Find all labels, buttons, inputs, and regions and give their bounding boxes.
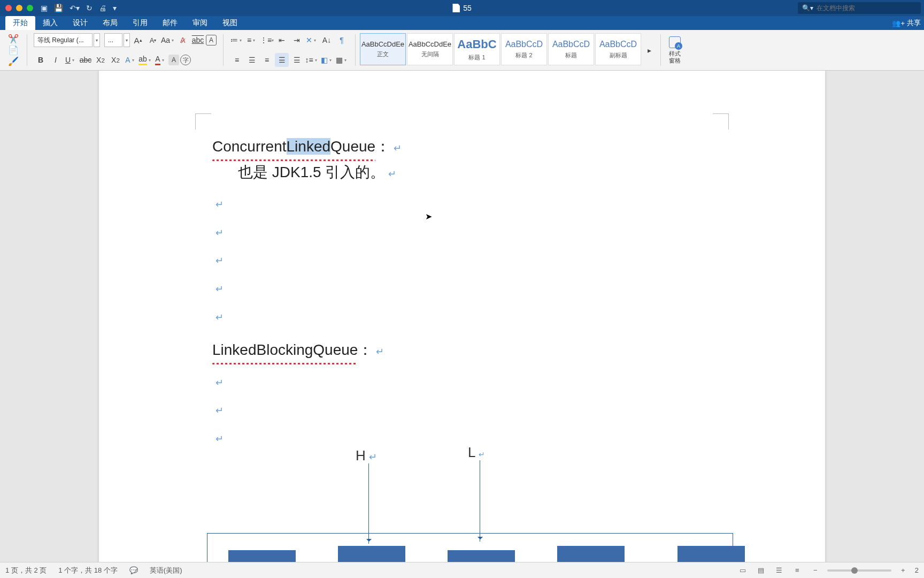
- styles-pane-icon: [669, 36, 681, 48]
- spellcheck-icon[interactable]: 💬̷: [129, 566, 138, 574]
- search-box[interactable]: 🔍▾: [798, 2, 921, 14]
- styles-more-icon[interactable]: ▸: [642, 43, 656, 57]
- undo-icon[interactable]: ↶▾: [70, 4, 80, 12]
- font-size-combo[interactable]: ...: [104, 33, 122, 47]
- tab-view[interactable]: 视图: [215, 16, 245, 30]
- tab-home[interactable]: 开始: [5, 16, 35, 30]
- tab-design[interactable]: 设计: [65, 16, 95, 30]
- clear-format-icon[interactable]: A̷: [176, 33, 190, 47]
- subscript-button[interactable]: X2: [94, 53, 107, 67]
- align-center-icon[interactable]: ☰: [245, 53, 259, 67]
- page-indicator[interactable]: 1 页，共 2 页: [5, 566, 47, 575]
- empty-para[interactable]: ↵: [212, 402, 712, 419]
- print-layout-icon[interactable]: ▤: [754, 565, 767, 576]
- cut-icon[interactable]: ✂️: [6, 33, 20, 44]
- bold-button[interactable]: B: [34, 53, 48, 67]
- font-size-dropdown[interactable]: ▾: [124, 33, 130, 47]
- underline-button[interactable]: U▾: [64, 53, 78, 67]
- borders-icon[interactable]: ▦▾: [335, 53, 349, 67]
- empty-para[interactable]: ↵: [212, 375, 712, 391]
- copy-icon[interactable]: 📄: [6, 44, 20, 56]
- word-count[interactable]: 1 个字，共 18 个字: [58, 566, 118, 575]
- empty-para[interactable]: ↵: [212, 253, 712, 269]
- grow-font-icon[interactable]: A▴: [131, 33, 145, 47]
- share-button[interactable]: 👥+ 共享: [892, 18, 921, 28]
- document-viewport[interactable]: ConcurrentLinkedQueue ： ↵ ➤ 也是 JDK1.5 引入…: [0, 71, 924, 562]
- font-group: 等线 Regular (...▾ ...▾ A▴ A▾ Aa▾ A̷ abc A…: [30, 32, 220, 68]
- tab-references[interactable]: 引用: [125, 16, 155, 30]
- queue-diagram: H↵ L↵ Node↵ N1↵ N2↵: [212, 490, 712, 562]
- style-no-spacing[interactable]: AaBbCcDdEe无间隔: [407, 33, 453, 65]
- maximize-window-button[interactable]: [27, 5, 33, 11]
- search-input[interactable]: [817, 4, 917, 12]
- phonetic-guide-icon[interactable]: abc: [191, 33, 205, 47]
- styles-pane-button[interactable]: 样式 窗格: [664, 32, 686, 68]
- tab-review[interactable]: 审阅: [185, 16, 215, 30]
- justify-icon[interactable]: ☰: [275, 53, 289, 67]
- align-left-icon[interactable]: ≡: [230, 53, 244, 67]
- show-marks-icon[interactable]: ¶: [335, 33, 349, 47]
- numbering-icon[interactable]: ≡▾: [245, 33, 259, 47]
- strikethrough-button[interactable]: abc: [79, 53, 93, 67]
- style-normal[interactable]: AaBbCcDdEe正文: [360, 33, 406, 65]
- zoom-in-button[interactable]: +: [897, 565, 910, 576]
- arrow-l: [480, 460, 480, 542]
- distributed-icon[interactable]: ☰: [290, 53, 304, 67]
- empty-para[interactable]: ↵: [212, 309, 712, 326]
- shading-icon[interactable]: ◧▾: [320, 53, 334, 67]
- superscript-button[interactable]: X2: [109, 53, 122, 67]
- empty-para[interactable]: ↵: [212, 281, 712, 298]
- close-window-button[interactable]: [5, 5, 12, 11]
- window-controls: [0, 5, 33, 11]
- font-color-icon[interactable]: A▾: [153, 53, 167, 67]
- web-layout-icon[interactable]: ☰: [773, 565, 786, 576]
- style-heading1[interactable]: AaBbC标题 1: [454, 33, 500, 65]
- tab-insert[interactable]: 插入: [35, 16, 65, 30]
- increase-indent-icon[interactable]: ⇥: [290, 33, 304, 47]
- style-subtitle[interactable]: AaBbCcD副标题: [595, 33, 641, 65]
- paragraph-mark-icon: ↵: [388, 166, 396, 182]
- empty-para[interactable]: ↵: [212, 225, 712, 241]
- print-icon[interactable]: 🖨: [99, 4, 106, 12]
- format-painter-icon[interactable]: 🖌️: [6, 56, 20, 67]
- line-spacing-icon[interactable]: ↕≡▾: [305, 53, 319, 67]
- save-icon[interactable]: 💾: [54, 4, 63, 12]
- margin-corner-tr: [713, 113, 729, 130]
- font-name-dropdown[interactable]: ▾: [94, 33, 100, 47]
- tab-mailings[interactable]: 邮件: [155, 16, 185, 30]
- character-shading-icon[interactable]: A: [168, 55, 179, 65]
- zoom-value[interactable]: 2: [915, 566, 919, 574]
- character-border-icon[interactable]: A: [206, 35, 217, 45]
- asian-layout-icon[interactable]: ✕▾: [305, 33, 319, 47]
- highlight-color-icon[interactable]: ab▾: [138, 53, 152, 67]
- italic-button[interactable]: I: [49, 53, 63, 67]
- body-line-1[interactable]: 也是 JDK1.5 引入的。 ↵: [212, 159, 712, 185]
- align-right-icon[interactable]: ≡: [260, 53, 274, 67]
- style-title[interactable]: AaBbCcD标题: [548, 33, 594, 65]
- multilevel-list-icon[interactable]: ⋮≡▾: [260, 33, 274, 47]
- empty-para[interactable]: ↵: [212, 196, 712, 213]
- focus-view-icon[interactable]: ▭: [736, 565, 749, 576]
- sort-icon[interactable]: A↓: [320, 33, 334, 47]
- autosave-icon[interactable]: ▣: [41, 4, 48, 12]
- heading-clq[interactable]: ConcurrentLinkedQueue ： ↵: [212, 134, 712, 159]
- zoom-slider[interactable]: [827, 569, 891, 572]
- decrease-indent-icon[interactable]: ⇤: [275, 33, 289, 47]
- tab-layout[interactable]: 布局: [95, 16, 125, 30]
- empty-para[interactable]: ↵: [212, 431, 712, 447]
- zoom-out-button[interactable]: −: [809, 565, 822, 576]
- bullets-icon[interactable]: ≔▾: [230, 33, 244, 47]
- enclose-character-icon[interactable]: 字: [180, 55, 191, 65]
- font-name-combo[interactable]: 等线 Regular (...: [34, 33, 93, 47]
- redo-icon[interactable]: ↻: [86, 4, 93, 12]
- change-case-icon[interactable]: Aa▾: [161, 33, 175, 47]
- outline-view-icon[interactable]: ≡: [791, 565, 804, 576]
- shrink-font-icon[interactable]: A▾: [146, 33, 160, 47]
- text-effects-icon[interactable]: A▾: [124, 53, 137, 67]
- heading-lbq[interactable]: LinkedBlockingQueue： ↵: [212, 337, 712, 363]
- customize-qat-icon[interactable]: ▾: [113, 4, 117, 12]
- minimize-window-button[interactable]: [16, 5, 22, 11]
- page-content[interactable]: ConcurrentLinkedQueue ： ↵ ➤ 也是 JDK1.5 引入…: [212, 134, 712, 562]
- language-indicator[interactable]: 英语(美国): [150, 566, 182, 575]
- style-heading2[interactable]: AaBbCcD标题 2: [501, 33, 547, 65]
